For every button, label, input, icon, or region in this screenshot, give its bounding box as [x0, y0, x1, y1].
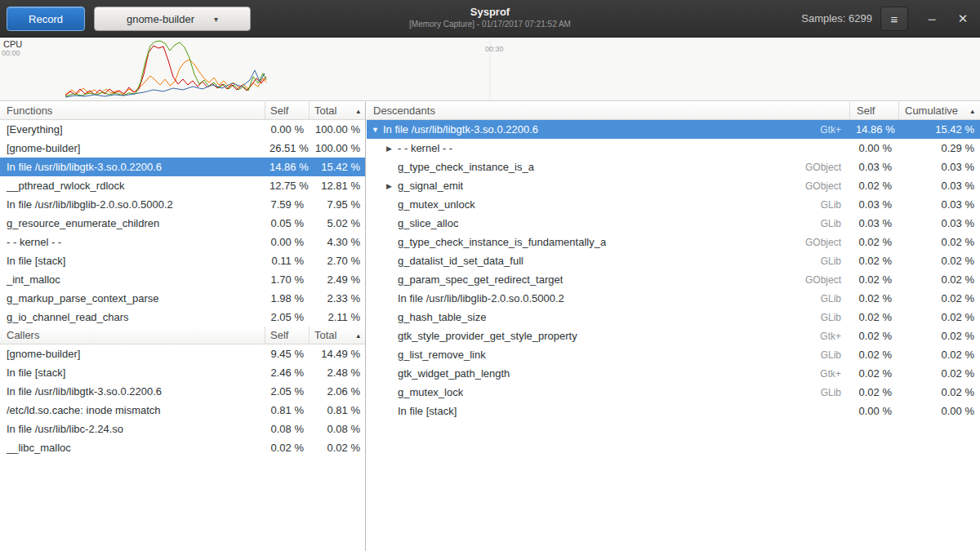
chevron-down-icon: ▾: [214, 15, 218, 24]
descendants-panel: Descendants Self Cumulative ▴ ▼In file /…: [367, 102, 980, 551]
row-label: In file /usr/lib/libgtk-3.so.0.2200.6: [383, 123, 538, 136]
row-label: In file [stack]: [398, 405, 457, 417]
self-value: 0.02 %: [849, 270, 898, 289]
table-row[interactable]: In file /usr/lib/libgtk-3.so.0.2200.62.0…: [0, 382, 365, 401]
total-value: 2.49 %: [309, 270, 365, 289]
table-row[interactable]: ▶- - kernel - -0.00 %0.29 %: [367, 139, 980, 158]
table-row[interactable]: g_param_spec_get_redirect_targetGObject0…: [367, 270, 980, 289]
sysprof-window: Record gnome-builder ▾ Sysprof [Memory C…: [0, 0, 980, 551]
table-row[interactable]: - - kernel - -0.00 %4.30 %: [0, 233, 365, 251]
library-badge: GLib: [821, 293, 849, 304]
record-button[interactable]: Record: [7, 7, 85, 31]
self-value: 0.03 %: [849, 214, 898, 233]
cumulative-value: 0.03 %: [898, 195, 980, 214]
minimize-button[interactable]: ─: [921, 8, 942, 29]
column-header-functions[interactable]: Functions: [0, 102, 265, 119]
table-row[interactable]: g_type_check_instance_is_aGObject0.03 %0…: [367, 158, 980, 176]
menu-button[interactable]: ≡: [880, 7, 908, 31]
table-row[interactable]: gtk_style_provider_get_style_propertyGtk…: [367, 327, 980, 345]
self-value: 0.03 %: [849, 195, 898, 214]
row-name-cell: In file /usr/lib/libglib-2.0.so.0.5000.2…: [367, 292, 849, 304]
table-row[interactable]: In file [stack]2.46 %2.48 %: [0, 363, 365, 382]
library-badge: GObject: [805, 180, 849, 192]
row-name-cell: g_mutex_unlockGLib: [367, 198, 849, 211]
column-header-cumulative[interactable]: Cumulative ▴: [898, 102, 980, 119]
self-value: 14.86 %: [265, 158, 309, 176]
row-label: __libc_malloc: [0, 442, 265, 454]
column-header-label: Total: [314, 329, 336, 341]
cpu-label: CPU: [3, 39, 22, 49]
table-row[interactable]: g_list_remove_linkGLib0.02 %0.02 %: [367, 345, 980, 364]
table-row[interactable]: In file /usr/lib/libgtk-3.so.0.2200.614.…: [0, 158, 365, 176]
time-label-start: 00:00: [2, 49, 20, 57]
table-row[interactable]: In file /usr/lib/libglib-2.0.so.0.5000.2…: [0, 195, 365, 214]
cpu-graph[interactable]: CPU 00:00 00:30: [0, 38, 980, 101]
table-row[interactable]: [gnome-builder]26.51 %100.00 %: [0, 139, 365, 158]
expander-down-icon[interactable]: ▼: [372, 126, 383, 134]
table-row[interactable]: g_mutex_lockGLib0.02 %0.02 %: [367, 383, 980, 402]
table-row[interactable]: In file /usr/lib/libglib-2.0.so.0.5000.2…: [367, 289, 980, 308]
self-value: 0.00 %: [849, 139, 898, 158]
row-label: g_param_spec_get_redirect_target: [398, 273, 563, 286]
table-row[interactable]: g_resource_enumerate_children0.05 %5.02 …: [0, 214, 365, 233]
column-header-total[interactable]: Total ▴: [309, 102, 365, 119]
row-label: gtk_widget_path_length: [398, 367, 510, 380]
table-row[interactable]: gtk_widget_path_lengthGtk+0.02 %0.02 %: [367, 364, 980, 383]
table-row[interactable]: g_mutex_unlockGLib0.03 %0.03 %: [367, 195, 980, 214]
self-value: 0.08 %: [265, 420, 309, 438]
table-row[interactable]: ▼In file /usr/lib/libgtk-3.so.0.2200.6Gt…: [367, 120, 980, 139]
expander-right-icon[interactable]: ▶: [386, 182, 398, 190]
column-header-self[interactable]: Self: [849, 102, 898, 119]
row-label: g_resource_enumerate_children: [0, 217, 265, 229]
cumulative-value: 0.03 %: [898, 214, 980, 233]
table-row[interactable]: [Everything]0.00 %100.00 %: [0, 120, 365, 139]
total-value: 2.06 %: [309, 382, 365, 401]
table-row[interactable]: [gnome-builder]9.45 %14.49 %: [0, 344, 365, 363]
table-row[interactable]: g_markup_parse_context_parse1.98 %2.33 %: [0, 289, 365, 308]
column-header-label: Total: [314, 104, 336, 117]
process-selector[interactable]: gnome-builder ▾: [94, 7, 251, 31]
column-header-callers[interactable]: Callers: [0, 327, 265, 344]
column-header-self[interactable]: Self: [265, 327, 309, 344]
table-row[interactable]: g_type_check_instance_is_fundamentally_a…: [367, 233, 980, 251]
row-label: [Everything]: [0, 123, 265, 136]
table-row[interactable]: g_datalist_id_set_data_fullGLib0.02 %0.0…: [367, 251, 980, 270]
row-name-cell: gtk_style_provider_get_style_propertyGtk…: [367, 330, 849, 342]
row-label: g_signal_emit: [398, 180, 463, 192]
cumulative-value: 0.02 %: [898, 251, 980, 270]
table-row[interactable]: g_slice_allocGLib0.03 %0.03 %: [367, 214, 980, 233]
self-value: 1.98 %: [265, 289, 309, 308]
row-label: g_datalist_id_set_data_full: [398, 255, 523, 267]
self-value: 0.02 %: [849, 251, 898, 270]
self-value: 26.51 %: [265, 139, 309, 158]
table-row[interactable]: __pthread_rwlock_rdlock12.75 %12.81 %: [0, 176, 365, 195]
functions-rows: [Everything]0.00 %100.00 %[gnome-builder…: [0, 120, 365, 327]
table-row[interactable]: g_io_channel_read_chars2.05 %2.11 %: [0, 308, 365, 327]
table-row[interactable]: ▶g_signal_emitGObject0.02 %0.03 %: [367, 176, 980, 195]
table-row[interactable]: /etc/ld.so.cache: inode mismatch0.81 %0.…: [0, 401, 365, 420]
cumulative-value: 0.00 %: [898, 402, 980, 420]
row-label: In file /usr/lib/libglib-2.0.so.0.5000.2: [398, 292, 564, 304]
expander-right-icon[interactable]: ▶: [386, 144, 398, 153]
column-header-label: Cumulative: [905, 104, 958, 117]
table-row[interactable]: _int_malloc1.70 %2.49 %: [0, 270, 365, 289]
cumulative-value: 0.03 %: [898, 158, 980, 176]
row-label: In file /usr/lib/libc-2.24.so: [0, 423, 265, 435]
close-button[interactable]: ✕: [952, 8, 973, 29]
column-header-total[interactable]: Total ▴: [309, 327, 365, 344]
column-header-descendants[interactable]: Descendants: [367, 102, 849, 119]
self-value: 1.70 %: [265, 270, 309, 289]
library-badge: GLib: [821, 256, 849, 267]
total-value: 0.02 %: [309, 438, 365, 457]
total-value: 14.49 %: [309, 344, 365, 363]
row-label: In file [stack]: [0, 367, 265, 379]
descendants-header-row: Descendants Self Cumulative ▴: [367, 102, 980, 120]
table-row[interactable]: In file /usr/lib/libc-2.24.so0.08 %0.08 …: [0, 420, 365, 438]
column-header-self[interactable]: Self: [265, 102, 309, 119]
row-label: _int_malloc: [0, 273, 265, 286]
table-row[interactable]: In file [stack]0.11 %2.70 %: [0, 251, 365, 270]
table-row[interactable]: g_hash_table_sizeGLib0.02 %0.02 %: [367, 308, 980, 327]
self-value: 0.02 %: [849, 327, 898, 345]
table-row[interactable]: In file [stack]0.00 %0.00 %: [367, 402, 980, 420]
table-row[interactable]: __libc_malloc0.02 %0.02 %: [0, 438, 365, 457]
